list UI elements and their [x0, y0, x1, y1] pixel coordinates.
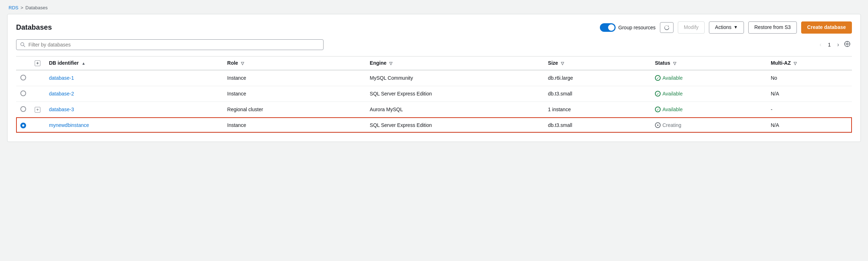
row-multiaz-cell: - [766, 102, 852, 117]
svg-point-3 [847, 43, 848, 45]
panel-header: Databases Group resources Modify Actions… [16, 21, 852, 34]
col-multiaz-sort-icon: ▽ [794, 61, 797, 65]
row-expand-icon[interactable]: + [35, 107, 40, 113]
row-multiaz-cell: No [766, 70, 852, 86]
settings-icon [844, 41, 850, 47]
row-multiaz-cell: N/A [766, 117, 852, 133]
row-status-cell: ● Creating [651, 117, 766, 133]
refresh-icon [664, 25, 670, 30]
group-resources-toggle[interactable] [600, 23, 616, 32]
row-radio-cell[interactable] [16, 102, 30, 117]
status-label: Creating [662, 122, 681, 128]
radio-unselected-icon[interactable] [20, 90, 26, 96]
actions-label: Actions [715, 24, 731, 31]
table-row[interactable]: database-1InstanceMySQL Communitydb.r6i.… [16, 70, 852, 86]
row-status-cell: ✓ Available [651, 86, 766, 102]
creating-clock-icon: ● [655, 122, 661, 128]
radio-selected-icon[interactable] [20, 123, 26, 128]
db-identifier-link[interactable]: database-3 [49, 107, 74, 112]
row-role-cell: Regional cluster [223, 102, 366, 117]
col-header-multiaz[interactable]: Multi-AZ ▽ [766, 56, 852, 70]
actions-chevron-icon: ▼ [734, 24, 738, 30]
svg-line-1 [24, 46, 25, 47]
status-label: Available [662, 75, 683, 81]
col-header-check [16, 56, 30, 70]
status-available: ✓ Available [655, 75, 762, 81]
row-size-cell: db.t3.small [544, 86, 651, 102]
table-settings-button[interactable] [843, 39, 852, 50]
search-bar[interactable] [16, 39, 324, 50]
row-role-cell: Instance [223, 117, 366, 133]
breadcrumb-separator: > [20, 5, 23, 10]
row-engine-cell: Aurora MySQL [365, 102, 544, 117]
col-status-sort-icon: ▽ [673, 61, 676, 65]
status-available: ✓ Available [655, 107, 762, 112]
panel-title: Databases [16, 23, 52, 31]
row-dbid-cell[interactable]: mynewdbinstance [45, 117, 223, 133]
available-check-icon: ✓ [655, 107, 661, 112]
row-role-cell: Instance [223, 70, 366, 86]
db-identifier-link[interactable]: database-2 [49, 91, 74, 97]
col-role-label: Role [227, 60, 238, 66]
row-multiaz-cell: N/A [766, 86, 852, 102]
databases-table: + DB identifier ▲ Role ▽ Engine ▽ [16, 56, 852, 133]
row-expand-cell [30, 86, 45, 102]
table-row[interactable]: database-2InstanceSQL Server Express Edi… [16, 86, 852, 102]
db-identifier-link[interactable]: mynewdbinstance [49, 122, 89, 128]
col-header-dbid[interactable]: DB identifier ▲ [45, 56, 223, 70]
table-row[interactable]: +database-3Regional clusterAurora MySQL1… [16, 102, 852, 117]
row-dbid-cell[interactable]: database-1 [45, 70, 223, 86]
db-identifier-link[interactable]: database-1 [49, 75, 74, 81]
prev-page-button[interactable]: ‹ [818, 40, 824, 49]
status-label: Available [662, 107, 683, 112]
col-size-sort-icon: ▽ [561, 61, 564, 65]
col-header-status[interactable]: Status ▽ [651, 56, 766, 70]
col-status-label: Status [655, 60, 670, 66]
col-header-engine[interactable]: Engine ▽ [365, 56, 544, 70]
table-row[interactable]: mynewdbinstanceInstanceSQL Server Expres… [16, 117, 852, 133]
refresh-button[interactable] [660, 22, 674, 33]
status-label: Available [662, 91, 683, 97]
col-engine-sort-icon: ▽ [389, 61, 392, 65]
row-size-cell: db.t3.small [544, 117, 651, 133]
status-creating: ● Creating [655, 122, 762, 128]
col-role-sort-icon: ▽ [241, 61, 244, 65]
row-radio-cell[interactable] [16, 86, 30, 102]
row-dbid-cell[interactable]: database-2 [45, 86, 223, 102]
radio-unselected-icon[interactable] [20, 75, 26, 80]
breadcrumb-current: Databases [25, 5, 48, 10]
breadcrumb: RDS > Databases [0, 0, 868, 14]
databases-table-wrapper: + DB identifier ▲ Role ▽ Engine ▽ [16, 56, 852, 133]
create-database-button[interactable]: Create database [801, 21, 852, 34]
page-number: 1 [825, 42, 834, 48]
group-resources-toggle-row: Group resources [600, 23, 656, 32]
row-expand-cell[interactable]: + [30, 102, 45, 117]
svg-point-0 [21, 43, 24, 46]
row-engine-cell: MySQL Community [365, 70, 544, 86]
actions-button[interactable]: Actions ▼ [709, 21, 744, 34]
next-page-button[interactable]: › [835, 40, 841, 49]
restore-from-s3-button[interactable]: Restore from S3 [748, 21, 797, 34]
row-radio-cell[interactable] [16, 70, 30, 86]
row-role-cell: Instance [223, 86, 366, 102]
row-radio-cell[interactable] [16, 117, 30, 133]
row-dbid-cell[interactable]: database-3 [45, 102, 223, 117]
col-header-role[interactable]: Role ▽ [223, 56, 366, 70]
row-size-cell: 1 instance [544, 102, 651, 117]
modify-button[interactable]: Modify [678, 21, 705, 34]
radio-unselected-icon[interactable] [20, 106, 26, 112]
row-status-cell: ✓ Available [651, 70, 766, 86]
col-header-expand: + [30, 56, 45, 70]
databases-panel: Databases Group resources Modify Actions… [7, 14, 861, 142]
status-available: ✓ Available [655, 91, 762, 97]
table-header: + DB identifier ▲ Role ▽ Engine ▽ [16, 56, 852, 70]
row-expand-cell [30, 70, 45, 86]
expand-all-icon[interactable]: + [35, 60, 40, 66]
col-header-size[interactable]: Size ▽ [544, 56, 651, 70]
group-resources-label: Group resources [618, 25, 656, 30]
search-icon [20, 42, 26, 48]
col-dbid-label: DB identifier [49, 60, 79, 66]
search-input[interactable] [29, 42, 320, 48]
row-status-cell: ✓ Available [651, 102, 766, 117]
breadcrumb-rds-link[interactable]: RDS [9, 5, 18, 10]
